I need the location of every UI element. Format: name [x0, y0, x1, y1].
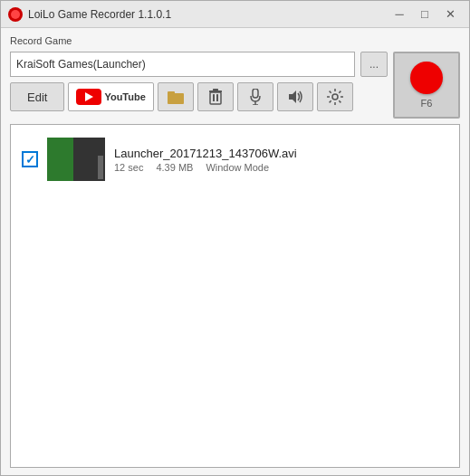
game-selector-dots-button[interactable]: ... [360, 52, 388, 77]
folder-button[interactable] [158, 82, 194, 111]
minimize-button[interactable]: ─ [388, 5, 411, 24]
recording-meta: 12 sec 4.39 MB Window Mode [114, 162, 297, 173]
maximize-button[interactable]: □ [413, 5, 436, 24]
window-controls: ─ □ ✕ [388, 5, 462, 24]
recording-checkbox[interactable]: ✓ [22, 151, 38, 167]
svg-rect-5 [209, 90, 222, 92]
microphone-icon [250, 89, 261, 105]
record-dot [410, 62, 443, 94]
window-title: LoiLo Game Recorder 1.1.0.1 [28, 8, 171, 21]
svg-rect-3 [213, 94, 215, 101]
content-area: Record Game KraiSoft Games(Launcher) ...… [1, 28, 469, 475]
gear-icon [327, 89, 343, 105]
recording-info: Launcher_20171213_143706W.avi 12 sec 4.3… [114, 147, 297, 173]
youtube-play-icon [85, 92, 93, 101]
recording-size: 4.39 MB [156, 162, 193, 173]
thumb-dark-area [73, 138, 105, 181]
svg-point-11 [332, 94, 338, 100]
thumb-bar [98, 156, 103, 179]
game-selector-value: KraiSoft Games(Launcher) [16, 58, 146, 71]
title-bar: LoiLo Game Recorder 1.1.0.1 ─ □ ✕ [1, 1, 469, 28]
edit-button[interactable]: Edit [10, 82, 64, 111]
app-icon [8, 7, 23, 22]
svg-rect-7 [253, 89, 258, 98]
svg-rect-1 [168, 91, 175, 95]
youtube-icon [76, 89, 101, 105]
youtube-button[interactable]: YouTube [68, 82, 153, 111]
delete-button[interactable] [197, 82, 234, 111]
svg-marker-10 [289, 90, 296, 103]
thumb-green-area [47, 138, 73, 181]
close-button[interactable]: ✕ [438, 5, 462, 24]
table-row: ✓ Launcher_20171213_143706W.avi 12 sec 4… [18, 132, 452, 186]
game-selector[interactable]: KraiSoft Games(Launcher) [10, 52, 355, 77]
youtube-label: YouTube [104, 91, 145, 102]
settings-button[interactable] [317, 82, 353, 111]
volume-icon [287, 90, 303, 104]
main-window: LoiLo Game Recorder 1.1.0.1 ─ □ ✕ Record… [0, 0, 470, 476]
record-button[interactable]: F6 [393, 52, 460, 119]
volume-button[interactable] [277, 82, 313, 111]
svg-rect-4 [216, 94, 218, 101]
recording-mode: Window Mode [206, 162, 269, 173]
toolbar-row: Edit YouTube [10, 82, 388, 111]
game-selector-row: KraiSoft Games(Launcher) ... [10, 52, 388, 77]
recording-duration: 12 sec [114, 162, 143, 173]
record-game-label: Record Game [10, 35, 460, 46]
top-row: KraiSoft Games(Launcher) ... Edit YouTub… [10, 52, 460, 119]
microphone-button[interactable] [237, 82, 273, 111]
title-bar-left: LoiLo Game Recorder 1.1.0.1 [8, 7, 171, 22]
svg-rect-2 [210, 92, 221, 104]
folder-icon [168, 90, 184, 104]
trash-icon [209, 89, 222, 105]
svg-rect-6 [213, 89, 218, 90]
f6-label: F6 [421, 98, 433, 109]
recordings-list: ✓ Launcher_20171213_143706W.avi 12 sec 4… [10, 124, 460, 468]
recording-thumbnail [47, 138, 105, 181]
recording-name: Launcher_20171213_143706W.avi [114, 147, 297, 160]
checkmark-icon: ✓ [25, 153, 35, 167]
